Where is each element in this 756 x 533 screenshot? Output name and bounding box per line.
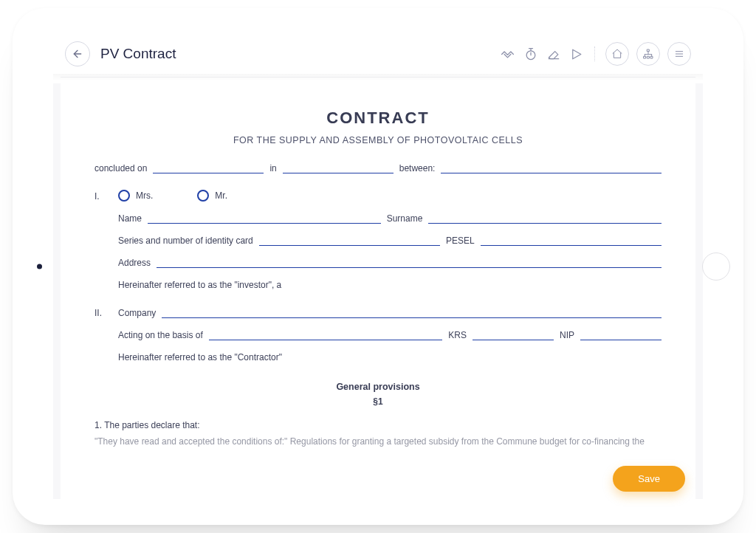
eraser-icon[interactable] (546, 47, 561, 62)
label-in: in (269, 163, 276, 173)
back-button[interactable] (65, 41, 90, 66)
input-nip[interactable] (580, 329, 662, 340)
page-title: PV Contract (100, 46, 176, 62)
gp-point-1: 1. The parties declare that: (94, 420, 662, 430)
radio-circle-icon (118, 190, 130, 202)
play-icon[interactable] (568, 47, 584, 62)
home-button[interactable] (605, 42, 629, 66)
input-address[interactable] (157, 256, 662, 268)
svg-rect-9 (647, 56, 650, 58)
radio-mr-label: Mr. (215, 190, 227, 201)
label-name: Name (118, 213, 142, 224)
label-krs: KRS (448, 330, 467, 340)
label-address: Address (118, 258, 151, 268)
general-provisions-title: General provisions (94, 382, 662, 392)
input-name[interactable] (148, 212, 381, 224)
appbar-actions (500, 42, 691, 66)
tablet-frame: PV Contract (13, 8, 743, 525)
input-between[interactable] (441, 162, 662, 173)
stopwatch-icon[interactable] (523, 47, 538, 62)
document-stage: CONTRACT FOR THE SUPPLY AND ASSEMBLY OF … (53, 83, 703, 499)
paragraph-marker: §1 (94, 396, 662, 407)
app: PV Contract (61, 34, 695, 499)
label-pesel: PESEL (446, 235, 475, 246)
radio-mrs[interactable]: Mrs. (118, 190, 153, 202)
home-icon (611, 48, 623, 60)
label-concluded-on: concluded on (94, 163, 147, 173)
doc-heading: CONTRACT (94, 109, 662, 128)
input-idcard[interactable] (259, 234, 440, 246)
label-acting: Acting on the basis of (118, 330, 203, 340)
label-surname: Surname (387, 213, 423, 224)
radio-circle-icon (197, 190, 209, 202)
party2-hereafter: Hereinafter referred to as the "Contract… (118, 352, 662, 362)
sitemap-button[interactable] (636, 42, 660, 66)
party1-hereafter: Hereinafter referred to as the "investor… (118, 280, 662, 290)
input-pesel[interactable] (481, 234, 662, 246)
row-concluded: concluded on in between: (94, 162, 662, 173)
roman-1: I. (94, 190, 108, 290)
radio-mr[interactable]: Mr. (197, 190, 227, 202)
toolbar-separator (594, 47, 595, 61)
svg-marker-6 (573, 49, 581, 59)
label-idcard: Series and number of identity card (118, 235, 253, 246)
roman-2: II. (94, 306, 108, 362)
party-2-section: II. Company Acting on the basis of KRS N… (94, 306, 662, 362)
input-surname[interactable] (428, 212, 662, 224)
sitemap-icon (642, 48, 654, 60)
save-button[interactable]: Save (613, 466, 685, 492)
label-between: between: (399, 163, 436, 173)
arrow-left-icon (72, 48, 83, 60)
doc-subtitle: FOR THE SUPPLY AND ASSEMBLY OF PHOTOVOLT… (94, 135, 662, 145)
label-nip: NIP (560, 330, 574, 340)
contract-document: CONTRACT FOR THE SUPPLY AND ASSEMBLY OF … (61, 83, 695, 499)
party-1-section: I. Mrs. Mr. (94, 190, 662, 290)
app-bar: PV Contract (61, 34, 695, 78)
gp-point-1-text: "They have read and accepted the conditi… (94, 436, 662, 447)
label-company: Company (118, 308, 156, 318)
input-date[interactable] (153, 162, 264, 173)
menu-button[interactable] (667, 42, 691, 66)
input-company[interactable] (162, 306, 662, 318)
input-krs[interactable] (472, 329, 554, 340)
bottom-fade (61, 455, 695, 499)
input-place[interactable] (283, 162, 394, 173)
radio-mrs-label: Mrs. (136, 190, 153, 201)
input-acting[interactable] (209, 329, 443, 340)
menu-icon (673, 48, 685, 60)
handshake-icon[interactable] (500, 47, 515, 62)
